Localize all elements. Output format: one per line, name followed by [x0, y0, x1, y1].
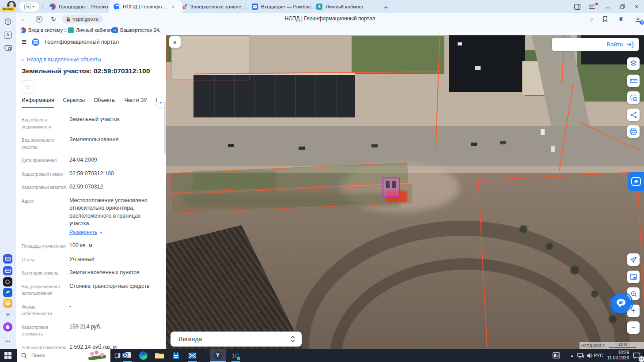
expand-link[interactable]: Развернуть [69, 229, 98, 235]
divider [42, 4, 43, 10]
maximize-button[interactable] [617, 0, 628, 13]
expand-collapse-icon [290, 336, 295, 343]
downloads-badge: 3 [640, 20, 644, 25]
downloads-icon[interactable]: 3 [633, 15, 642, 23]
widgets-news-icon[interactable] [550, 350, 562, 361]
taskbar-yandex-icon[interactable]: Y [212, 350, 224, 361]
add-panel-icon[interactable]: + [3, 310, 13, 320]
locate-me-button[interactable] [627, 253, 640, 266]
panel-tab[interactable]: Части ЗУ [125, 97, 147, 108]
address-bar[interactable]: nspd.gov.ru [62, 15, 103, 23]
mail-app-icon-2[interactable] [3, 266, 12, 275]
panel-header: ≡ Геоинформационный портал [22, 38, 119, 46]
more-icon[interactable]: ••• [3, 336, 13, 346]
browser-menu-icon[interactable] [587, 0, 597, 13]
yandex-services-icon[interactable]: Я [34, 15, 43, 23]
collapse-panel-button[interactable]: « [169, 36, 181, 48]
chat-assistant-widget[interactable] [608, 290, 634, 316]
notifications-icon[interactable]: 21 [631, 350, 642, 361]
hamburger-icon[interactable]: ≡ [22, 38, 27, 46]
close-button[interactable]: × [631, 0, 642, 13]
taskbar-search[interactable] [17, 349, 110, 362]
notification-dot [595, 3, 598, 5]
bookmark-bashkortostan[interactable]: вк Башкортостан 24. [112, 25, 160, 35]
panel-scrollbar[interactable] [164, 102, 166, 155]
overview-map-button[interactable] [627, 271, 640, 283]
minimize-button[interactable] [602, 0, 613, 13]
map-tree [519, 225, 527, 233]
find-in-page-icon[interactable]: ⌕ [587, 15, 596, 23]
measure-button[interactable] [627, 75, 640, 87]
print-button[interactable] [627, 125, 640, 138]
tab-applications[interactable]: d Завершенные заявления [177, 0, 253, 13]
field-value-text: Стоянка транспортных средств [69, 283, 150, 289]
bookmark-favicon: вк [112, 27, 118, 33]
bookmark-login-system[interactable]: Вход в систему :: [20, 25, 67, 35]
nspd-assistant-flap-button[interactable] [628, 172, 644, 191]
field-value: Стоянка транспортных средств ▾ [69, 283, 159, 297]
field-label: Адрес [22, 197, 67, 237]
bookmark-flag-icon[interactable] [601, 15, 610, 23]
taskbar-edge-icon[interactable] [137, 350, 149, 361]
chat-button[interactable] [611, 293, 631, 313]
new-tab-button[interactable]: + [381, 2, 391, 11]
mail-favicon [252, 4, 258, 10]
map-tree [546, 243, 553, 250]
nspd-favicon [114, 4, 120, 10]
collapse-icon: « [173, 38, 177, 45]
screenshot-icon[interactable] [3, 43, 13, 53]
layers-button[interactable] [627, 57, 640, 70]
taskbar-mail-icon[interactable] [186, 350, 198, 361]
language-indicator[interactable]: РУС [594, 349, 603, 362]
tab-procedures[interactable]: Процедуры :: Реализация [45, 0, 118, 13]
selected-parcel-highlight[interactable] [383, 177, 400, 197]
taskbar-1c-icon[interactable]: 1С [230, 350, 241, 361]
back-icon[interactable]: ← [19, 15, 28, 23]
taskbar-store-icon[interactable] [170, 350, 182, 361]
messenger-app-icon[interactable] [3, 277, 12, 287]
yandex-mail-icon[interactable] [3, 298, 12, 308]
taskbar-explorer-icon[interactable] [154, 350, 165, 361]
field-row: Адрес Местоположение установлено относит… [22, 197, 159, 237]
browser-app-icon[interactable] [3, 288, 12, 297]
profile-login-badge[interactable]: Войти [1, 7, 15, 11]
mail-app-icon[interactable] [3, 254, 12, 264]
favorite-star-button[interactable]: ☆ [21, 80, 34, 94]
tab-nspd-active[interactable]: НСПД | Геоинформаци... × [109, 0, 182, 13]
field-value: 02:59:070312 ▾ [69, 183, 159, 191]
map-login-bar[interactable]: Войти [552, 38, 639, 51]
share-button[interactable] [627, 109, 640, 121]
start-button[interactable] [4, 352, 11, 361]
reload-icon[interactable]: ↻ [49, 15, 58, 23]
zoom-out-button[interactable]: − [627, 321, 640, 334]
scale-line [610, 346, 636, 348]
side-panel-icon[interactable] [572, 0, 583, 13]
map-car [228, 144, 234, 147]
area-search-button[interactable] [627, 91, 640, 104]
back-link[interactable]: ‹ Назад в выделенные объекты [22, 56, 101, 63]
close-tab-icon[interactable]: × [172, 4, 174, 9]
panel-tab[interactable]: Объекты [94, 97, 116, 108]
bookmark-cabinet[interactable]: Личный кабинет [68, 25, 113, 35]
panel-tab[interactable]: Информация [22, 97, 54, 108]
alice-icon[interactable] [3, 322, 12, 332]
tabs-panel-icon[interactable]: 5 [3, 30, 13, 40]
browser-sidebar: 5 + ••• [0, 13, 16, 349]
clock[interactable]: 10:29 11.03.2026 [607, 350, 629, 361]
search-input[interactable] [30, 352, 85, 358]
chevron-down-icon: ▾ [32, 5, 34, 9]
tab-cabinet[interactable]: Личный кабинет [312, 0, 374, 13]
map-tree [570, 266, 579, 275]
tab-group-pill[interactable]: 5 ▾ [19, 2, 39, 11]
field-row: Кадастровая стоимость 159 214 руб. ▾ [22, 323, 159, 338]
tab-label: Личный кабинет [326, 4, 364, 9]
panel-tab[interactable]: Сервисы [63, 97, 85, 108]
legend-bar[interactable]: Легенда [170, 332, 302, 347]
procedures-favicon [49, 4, 56, 10]
bookmark-favicon [20, 27, 26, 33]
history-icon[interactable] [3, 17, 13, 26]
print-icon [630, 128, 637, 135]
kinopoisk-icon[interactable]: К [617, 15, 625, 23]
map-canvas[interactable]: « Войти + − [166, 35, 644, 349]
taskbar-outlook-icon[interactable] [121, 350, 133, 361]
